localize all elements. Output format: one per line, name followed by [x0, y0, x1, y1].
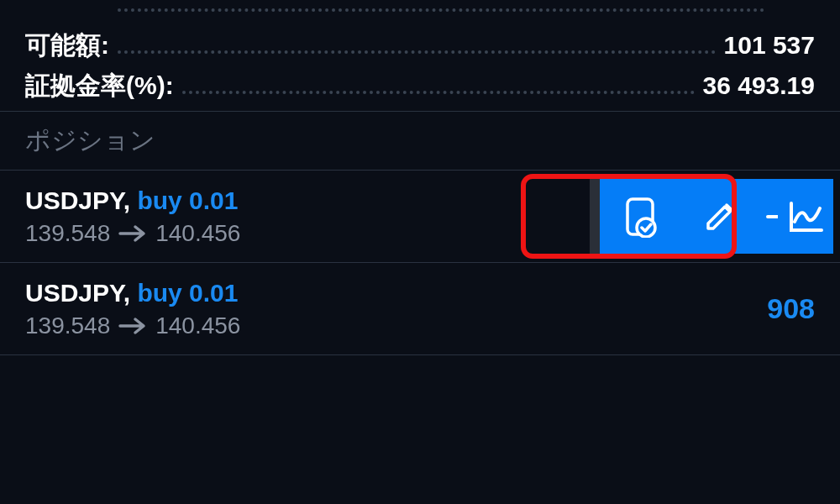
- account-row-margin-level: 証拠金率(%): 36 493.19: [0, 62, 840, 102]
- account-row-margin: 証拠金: 278: [0, 0, 840, 22]
- position-current-price: 140.456: [155, 220, 240, 247]
- dot-leader: [118, 0, 764, 15]
- account-row-free-margin: 可能額: 101 537: [0, 22, 840, 62]
- position-info: USDJPY, buy 0.01 139.548 140.456: [25, 279, 240, 339]
- position-lots: 0.01: [189, 279, 238, 307]
- position-side: buy: [137, 186, 181, 214]
- dot-leader: [118, 29, 716, 54]
- account-free-margin-value: 101 537: [724, 31, 815, 60]
- position-side: buy: [137, 279, 181, 307]
- dot-leader: [182, 69, 695, 94]
- position-lots: 0.01: [189, 186, 238, 214]
- close-position-button[interactable]: [600, 179, 680, 254]
- position-row[interactable]: USDJPY, buy 0.01 139.548 140.456: [0, 171, 840, 263]
- account-free-margin-label: 可能額:: [25, 29, 109, 63]
- chart-icon: [785, 197, 827, 237]
- arrow-right-icon: [118, 224, 147, 243]
- positions-section-header: ポジション: [0, 112, 840, 171]
- svg-point-0: [637, 218, 655, 237]
- drag-handle[interactable]: [590, 179, 600, 254]
- account-margin-level-value: 36 493.19: [703, 71, 815, 100]
- position-info: USDJPY, buy 0.01 139.548 140.456: [25, 186, 240, 247]
- position-symbol: USDJPY: [25, 279, 123, 307]
- position-profit: 908: [767, 292, 815, 325]
- account-margin-level-label: 証拠金率(%):: [25, 69, 174, 103]
- position-current-price: 140.456: [155, 312, 240, 339]
- open-chart-button[interactable]: [778, 179, 833, 254]
- position-symbol: USDJPY: [25, 186, 123, 214]
- modify-position-button[interactable]: [680, 179, 759, 254]
- close-position-icon: [621, 196, 659, 238]
- edit-icon: [701, 198, 738, 235]
- arrow-right-icon: [118, 317, 147, 335]
- position-row[interactable]: USDJPY, buy 0.01 139.548 140.456 908: [0, 263, 840, 355]
- account-summary: 証拠金: 278 可能額: 101 537 証拠金率(%): 36 493.19: [0, 0, 840, 102]
- position-open-price: 139.548: [25, 312, 110, 339]
- position-open-price: 139.548: [25, 220, 110, 247]
